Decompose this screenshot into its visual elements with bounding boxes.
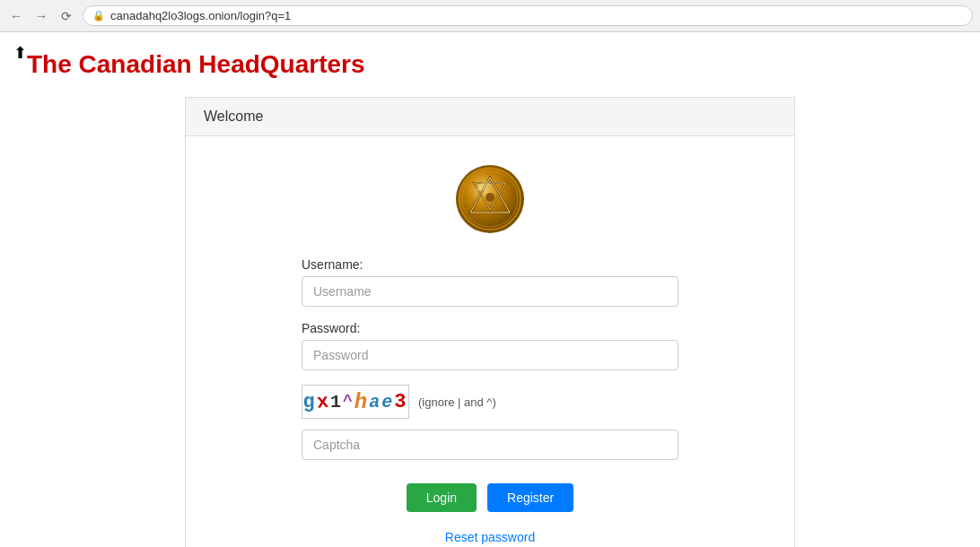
captcha-row: gx1^hae3 (ignore | and ^) bbox=[302, 385, 678, 419]
card-header: Welcome bbox=[186, 98, 794, 136]
reset-password-link[interactable]: Reset password bbox=[445, 530, 535, 544]
register-button[interactable]: Register bbox=[487, 483, 573, 512]
site-title: The Canadian HeadQuarters bbox=[27, 50, 953, 79]
password-label: Password: bbox=[302, 321, 678, 335]
username-input[interactable] bbox=[302, 276, 678, 307]
reload-button[interactable]: ⟳ bbox=[57, 7, 75, 25]
username-label: Username: bbox=[302, 257, 678, 272]
browser-chrome: ← → ⟳ 🔒 canadahq2lo3logs.onion/login?q=1 bbox=[0, 0, 980, 32]
back-button[interactable]: ← bbox=[7, 7, 25, 25]
captcha-image: gx1^hae3 bbox=[302, 385, 409, 419]
login-card: Welcome bbox=[185, 97, 795, 547]
login-button[interactable]: Login bbox=[407, 483, 477, 512]
password-input[interactable] bbox=[302, 340, 678, 370]
username-group: Username: bbox=[302, 257, 678, 307]
captcha-hint: (ignore | and ^) bbox=[418, 395, 496, 409]
logo-coin bbox=[454, 163, 526, 235]
forward-button[interactable]: → bbox=[32, 7, 50, 25]
lock-icon: 🔒 bbox=[92, 10, 105, 22]
captcha-input[interactable] bbox=[302, 430, 678, 460]
address-bar[interactable]: 🔒 canadahq2lo3logs.onion/login?q=1 bbox=[83, 5, 973, 26]
captcha-group bbox=[302, 430, 678, 460]
url-text: canadahq2lo3logs.onion/login?q=1 bbox=[110, 9, 291, 22]
svg-point-8 bbox=[486, 193, 494, 202]
button-row: Login Register bbox=[302, 483, 678, 512]
card-body: Username: Password: gx1^hae3 (ignore | a… bbox=[186, 136, 794, 547]
page-content: The Canadian HeadQuarters Welcome bbox=[0, 32, 980, 547]
password-group: Password: bbox=[302, 321, 678, 370]
